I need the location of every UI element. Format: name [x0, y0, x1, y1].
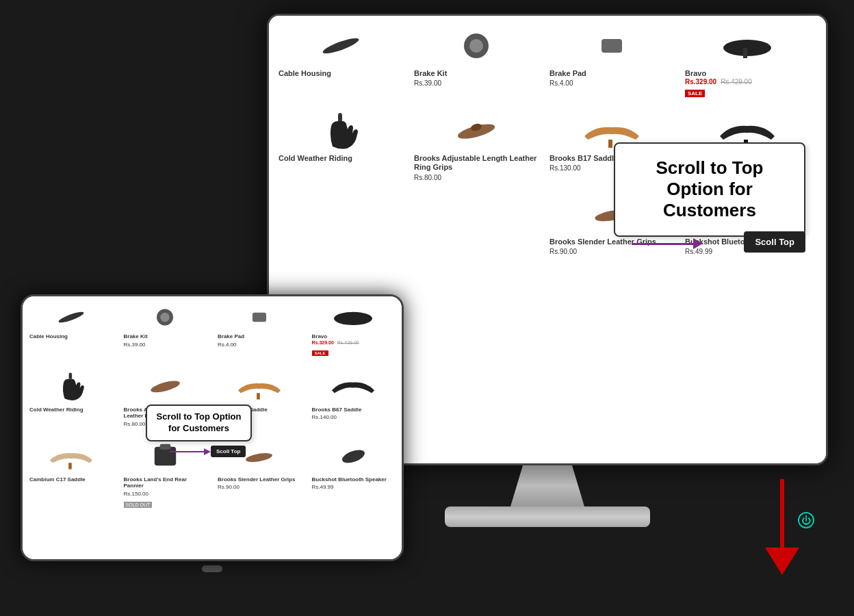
product-name-cold-weather: Cold Weather Riding [279, 154, 403, 163]
tablet-name-cambium: Cambium C17 Saddle [29, 476, 113, 483]
tablet-cell-saddle-b67: Brooks B67 Saddle Rs.140.00 [309, 367, 398, 430]
tablet-screen: Cable Housing Brake Kit Rs.39.00 Brake [23, 296, 402, 559]
tablet-img-grips-adj [124, 370, 207, 404]
tablet-price-brake-kit: Rs.39.00 [124, 342, 207, 348]
tablet-name-speaker: Buckshot Bluetooth Speaker [312, 476, 396, 483]
monitor-stand-base [445, 506, 650, 527]
tablet-img-glove [29, 370, 113, 404]
tablet-name-slender: Brooks Slender Leather Grips [218, 476, 301, 483]
svg-point-13 [57, 309, 85, 324]
monitor-stand-neck [506, 465, 588, 506]
svg-point-23 [245, 452, 273, 464]
red-arrow-line [780, 479, 784, 548]
tablet-cell-speaker: Buckshot Bluetooth Speaker Rs.49.99 [309, 437, 398, 512]
product-price-brake-kit: Rs.39.00 [414, 79, 539, 87]
product-cell-grips: Brooks Adjustable Length Leather Ring Gr… [411, 107, 541, 183]
product-image-glove [279, 110, 403, 151]
tablet-price-pannier: Rs.150.00 [124, 491, 207, 497]
tablet-img-cambium [29, 439, 113, 474]
svg-rect-20 [68, 463, 72, 470]
tablet-price-saddle-b67: Rs.140.00 [312, 414, 396, 420]
tablet-cell-cambium: Cambium C17 Saddle [27, 437, 116, 512]
product-cell-cable: Cable Housing [276, 23, 406, 101]
tablet-price-slender: Rs.90.00 [218, 484, 301, 490]
product-row-1: Cable Housing Brake Kit Rs.39.00 Brake [276, 23, 812, 101]
product-cell-glove: Cold Weather Riding [276, 107, 406, 183]
tablet-name-brake-kit: Brake Kit [124, 333, 207, 340]
sale-badge-bravo: SALE [685, 90, 705, 97]
product-image-bravo [685, 25, 810, 66]
tablet-device: Cable Housing Brake Kit Rs.39.00 Brake [21, 294, 404, 589]
product-cell-empty1 [276, 191, 406, 258]
tablet-tooltip-text: Scroll to Top Option for Customers [157, 411, 242, 433]
power-icon: ⏻ [801, 515, 811, 526]
red-down-arrow [765, 479, 799, 575]
tablet-cell-brake-pad: Brake Pad Rs.4.00 [215, 300, 304, 360]
monitor-scroll-top-button[interactable]: Scoll Top [744, 231, 805, 253]
tablet-img-speaker [312, 439, 396, 474]
monitor-purple-arrow [632, 238, 703, 249]
arrow-head [693, 238, 703, 249]
tablet-cell-brake-kit: Brake Kit Rs.39.00 [121, 300, 210, 360]
product-image-grips [414, 110, 539, 151]
product-name-brake-pad: Brake Pad [549, 69, 674, 78]
arrow-line [632, 243, 693, 245]
tablet-name-cable: Cable Housing [29, 333, 113, 340]
tablet-name-pannier: Brooks Land's End Rear Pannier [124, 476, 207, 489]
tablet-price-brake-pad: Rs.4.00 [218, 342, 301, 348]
tablet-name-brake-pad: Brake Pad [218, 333, 301, 340]
tablet-cell-glove: Cold Weather Riding [27, 367, 116, 430]
tablet-home-button[interactable] [202, 565, 222, 572]
product-cell-bravo: Bravo Rs.329.00 Rs.429.00 SALE [682, 23, 812, 101]
product-price-brake-pad: Rs.4.00 [549, 79, 674, 87]
tablet-img-brake-kit [124, 303, 207, 331]
tablet-img-pannier [124, 439, 207, 474]
product-price-sale-bravo: Rs.329.00 [685, 78, 716, 86]
tablet-badge-bravo: SALE [312, 350, 328, 356]
tablet-price-speaker: Rs.49.99 [312, 484, 396, 490]
tablet-cell-cable: Cable Housing [27, 300, 116, 360]
svg-point-15 [161, 312, 170, 321]
monitor-power-button[interactable]: ⏻ [798, 512, 814, 528]
svg-rect-8 [608, 140, 612, 148]
product-cell-brake-kit: Brake Kit Rs.39.00 [411, 23, 541, 101]
svg-point-17 [334, 312, 372, 325]
tablet-cell-bravo: Bravo Rs.329.00 Rs.429.00 SALE [309, 300, 398, 360]
monitor-tooltip: Scroll to Top Option for Customers [614, 142, 805, 237]
svg-rect-3 [601, 39, 622, 53]
tablet-img-brake-pad [218, 303, 301, 331]
tablet-img-cable [29, 303, 113, 331]
product-name-bravo: Bravo [685, 69, 810, 78]
tablet-price-old-bravo: Rs.429.00 [337, 340, 359, 345]
svg-rect-5 [743, 48, 747, 58]
tablet-body: Cable Housing Brake Kit Rs.39.00 Brake [21, 294, 404, 561]
tablet-img-saddle-b67 [312, 370, 396, 404]
red-arrow-head [765, 548, 799, 575]
product-cell-empty2 [411, 191, 541, 258]
product-image-cable [279, 25, 403, 66]
tablet-scroll-top-button[interactable]: Scoll Top [211, 446, 246, 457]
svg-point-18 [149, 378, 181, 395]
svg-rect-22 [159, 444, 170, 450]
tablet-product-row-1: Cable Housing Brake Kit Rs.39.00 Brake [27, 300, 398, 360]
tablet-arrow-head [204, 448, 211, 455]
tablet-name-bravo: Bravo [312, 333, 396, 340]
tablet-img-saddle-b17 [218, 370, 301, 404]
monitor-tooltip-text: Scroll to Top Option for Customers [656, 157, 764, 220]
svg-rect-16 [253, 312, 266, 321]
tablet-arrow-line [170, 451, 204, 452]
tablet-name-cold: Cold Weather Riding [29, 407, 113, 413]
tablet-img-bravo [312, 303, 396, 331]
svg-rect-19 [257, 393, 260, 399]
product-name-grips: Brooks Adjustable Length Leather Ring Gr… [414, 154, 539, 172]
svg-point-0 [322, 36, 361, 56]
product-price-old-bravo: Rs.429.00 [721, 78, 752, 86]
svg-point-24 [340, 448, 366, 466]
tablet-price-sale-bravo: Rs.329.00 [312, 340, 334, 345]
product-name-brake-kit: Brake Kit [414, 69, 539, 78]
tablet-tooltip: Scroll to Top Option for Customers [146, 405, 252, 441]
svg-point-2 [469, 39, 483, 53]
product-image-brake-kit [414, 25, 539, 66]
tablet-badge-pannier: SOLD OUT [124, 502, 153, 508]
product-cell-brake-pad: Brake Pad Rs.4.00 [547, 23, 677, 101]
